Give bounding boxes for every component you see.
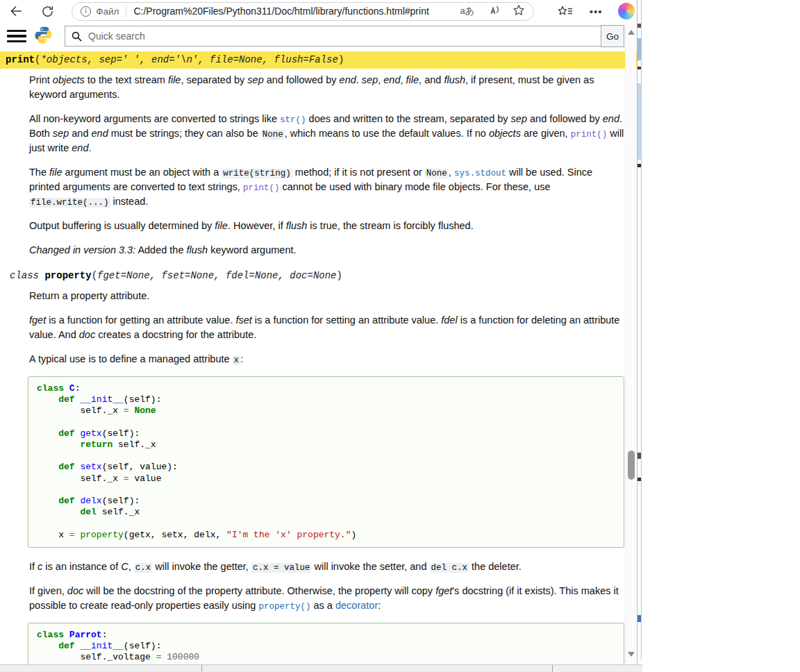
- code-token: self._x: [97, 507, 140, 517]
- text-segment: end: [340, 74, 356, 85]
- back-button[interactable]: [6, 1, 26, 21]
- text-segment: and followed by: [264, 74, 340, 85]
- code-token: class: [37, 383, 64, 394]
- code-link[interactable]: sys.stdout: [454, 169, 506, 178]
- text-segment: fget: [435, 585, 452, 596]
- code-token: return: [80, 439, 112, 450]
- text-segment: The: [29, 167, 49, 178]
- code-token: :: [102, 630, 108, 640]
- read-aloud-icon[interactable]: [486, 4, 501, 18]
- text-segment: creates a docstring for the attribute.: [95, 329, 256, 340]
- code-block-property-example: class C: def __init__(self): self._x = N…: [28, 376, 624, 548]
- favorites-list-button[interactable]: [555, 1, 576, 21]
- search-box[interactable]: [65, 26, 601, 47]
- code-token: =: [124, 405, 129, 416]
- text-segment: , separated by: [181, 74, 247, 85]
- text-segment: fset: [235, 314, 251, 326]
- scroll-up-icon[interactable]: [628, 30, 635, 35]
- url-text[interactable]: C:/Program%20Files/Python311/Doc/html/li…: [133, 6, 454, 17]
- doc-paragraph: Print objects to the text stream file, s…: [29, 73, 624, 102]
- text-segment: . However, if: [228, 220, 286, 231]
- doc-paragraph: Return a property attribute.: [29, 289, 624, 303]
- code-token: def: [58, 462, 74, 472]
- more-options-button[interactable]: •••: [585, 1, 606, 21]
- inline-code: write(string): [222, 169, 292, 178]
- text-segment: is true, the stream is forcibly flushed.: [307, 220, 473, 231]
- code-token: def: [58, 641, 74, 651]
- doc-paragraph: If given, doc will be the docstring of t…: [29, 584, 624, 613]
- edge-mark: [638, 38, 641, 60]
- code-token: Parrot: [69, 630, 102, 640]
- text-segment: Print: [29, 74, 53, 85]
- inline-code: None: [261, 130, 285, 140]
- text-segment: instead.: [110, 196, 149, 207]
- doc-paragraph: If c is an instance of C, c.x will invok…: [29, 560, 624, 574]
- text-segment: .: [88, 142, 91, 153]
- text-segment: If given,: [29, 585, 67, 596]
- text-segment: :: [378, 600, 381, 611]
- favorites-star-icon[interactable]: [512, 4, 525, 18]
- doc-paragraph: The file argument must be an object with…: [29, 165, 624, 209]
- code-token: setx: [80, 462, 101, 472]
- edge-mark: [638, 67, 641, 69]
- search-input[interactable]: [87, 30, 594, 42]
- text-segment: to the text stream: [85, 74, 168, 85]
- text-segment: end: [383, 74, 400, 85]
- edge-mark: [638, 453, 641, 459]
- code-link[interactable]: print(): [571, 130, 608, 140]
- code-token: ): [351, 530, 357, 540]
- text-segment: and: [69, 128, 91, 139]
- text-segment: the deleter.: [469, 561, 522, 572]
- address-divider: [126, 6, 126, 17]
- scroll-down-icon[interactable]: [628, 652, 635, 657]
- refresh-button[interactable]: [38, 1, 58, 21]
- text-link[interactable]: decorator: [335, 600, 378, 611]
- text-segment: flush: [286, 220, 308, 231]
- copilot-button[interactable]: [616, 1, 637, 21]
- text-segment: .: [356, 74, 362, 85]
- more-options-icon: •••: [590, 6, 603, 17]
- text-segment: end: [92, 128, 108, 139]
- text-segment: ): [338, 54, 344, 65]
- code-link[interactable]: str(): [280, 115, 306, 125]
- text-segment: keyword argument.: [208, 244, 296, 255]
- code-token: (getx, setx, delx,: [124, 530, 226, 540]
- scrollbar-thumb[interactable]: [628, 451, 635, 480]
- text-segment: are given,: [521, 128, 571, 139]
- text-segment: , which means to use the default values.…: [285, 128, 489, 139]
- doc-paragraph: A typical use is to define a managed att…: [29, 352, 624, 367]
- go-button[interactable]: Go: [601, 25, 624, 47]
- code-token: __init__: [80, 641, 123, 651]
- text-segment: file: [215, 220, 228, 231]
- translate-icon[interactable]: аあ: [460, 5, 474, 17]
- code-link[interactable]: property(): [258, 602, 310, 612]
- code-token: (self):: [102, 496, 140, 506]
- text-segment: Added the: [135, 244, 186, 255]
- refresh-icon: [41, 5, 54, 18]
- text-segment: sep: [511, 113, 527, 124]
- text-segment: sep: [53, 128, 69, 139]
- code-token: =: [69, 530, 75, 540]
- inline-code: c.x = value: [251, 563, 312, 573]
- page-info-icon[interactable]: i: [81, 6, 91, 17]
- page-scrollbar[interactable]: [625, 23, 636, 664]
- code-token: =: [124, 473, 129, 484]
- code-token: (self, value):: [102, 462, 178, 472]
- text-segment: class: [10, 270, 44, 281]
- browser-toolbar: i Файл C:/Program%20Files/Python311/Doc/…: [0, 0, 637, 22]
- code-token: [37, 641, 58, 651]
- code-token: None: [134, 405, 156, 416]
- menu-icon[interactable]: [7, 30, 26, 43]
- text-segment: If: [29, 561, 38, 572]
- code-token: [37, 394, 58, 405]
- address-bar[interactable]: i Файл C:/Program%20Files/Python311/Doc/…: [72, 2, 534, 21]
- text-segment: objects: [489, 128, 521, 139]
- text-segment: cannot be used with binary mode file obj…: [279, 181, 550, 192]
- text-segment: flush: [187, 244, 208, 255]
- text-segment: flush: [444, 74, 465, 85]
- code-token: x: [37, 530, 69, 540]
- text-segment: and followed by: [527, 113, 603, 124]
- inline-code: file.write(...): [29, 198, 110, 208]
- code-link[interactable]: print(): [243, 183, 280, 193]
- python-logo[interactable]: [34, 26, 53, 47]
